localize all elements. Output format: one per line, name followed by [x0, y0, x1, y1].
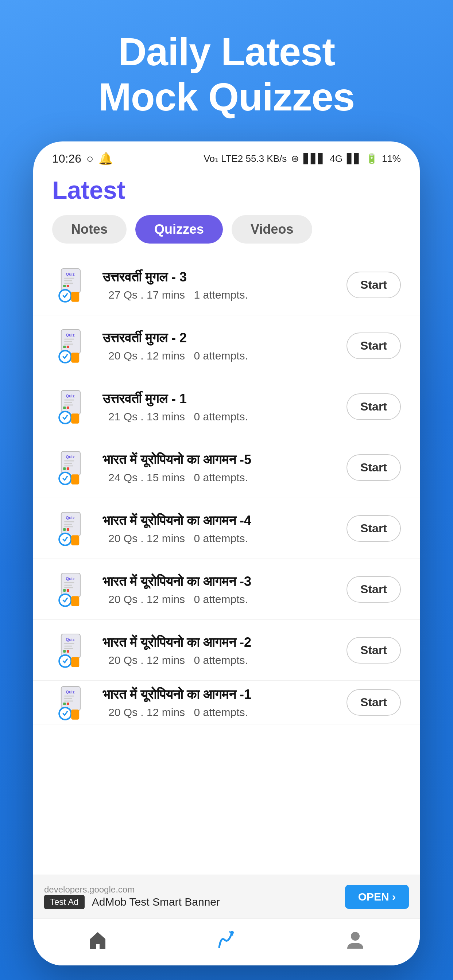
ad-site: developers.google.com: [44, 885, 338, 895]
svg-text:Quiz: Quiz: [66, 333, 75, 337]
quiz-icon: Quiz: [52, 682, 92, 722]
quiz-icon: Quiz: [52, 447, 92, 487]
start-button[interactable]: Start: [346, 576, 401, 603]
quiz-icon: Quiz: [52, 569, 92, 609]
svg-rect-29: [64, 460, 74, 461]
svg-rect-59: [63, 650, 65, 652]
svg-rect-60: [67, 650, 69, 652]
svg-text:Quiz: Quiz: [66, 455, 75, 460]
svg-text:Quiz: Quiz: [66, 638, 75, 642]
list-item: Quiz उत्तरवर्ती मुगल - 1 21 Qs . 13 mins…: [33, 376, 420, 437]
quiz-meta: 20 Qs . 12 mins 0 attempts.: [102, 654, 336, 667]
quiz-meta: 20 Qs . 12 mins 0 attempts.: [102, 706, 336, 719]
quiz-name: उत्तरवर्ती मुगल - 1: [102, 390, 336, 407]
svg-rect-58: [64, 648, 73, 649]
svg-rect-8: [71, 292, 79, 302]
start-button[interactable]: Start: [346, 272, 401, 298]
start-button[interactable]: Start: [346, 393, 401, 420]
svg-rect-6: [67, 285, 69, 287]
quiz-meta: 27 Qs . 17 mins 1 attempts.: [102, 289, 336, 301]
status-4g: 4G: [330, 153, 343, 164]
svg-rect-39: [64, 524, 72, 525]
svg-rect-57: [64, 646, 72, 647]
quiz-name: भारत में यूरोपियनो का आगमन -5: [102, 451, 336, 468]
quiz-meta: 21 Qs . 13 mins 0 attempts.: [102, 410, 336, 423]
svg-rect-68: [63, 703, 65, 705]
ad-name: AdMob Test Smart Banner: [92, 896, 220, 908]
nav-home-icon[interactable]: [85, 928, 110, 952]
status-network: Vo₁ LTE2 55.3 KB/s: [204, 153, 287, 164]
nav-profile-icon[interactable]: [343, 928, 368, 952]
status-battery-icon: 🔋: [366, 153, 378, 164]
status-bar: 10:26 ○ 🔔 Vo₁ LTE2 55.3 KB/s ⊛ ▋▋▋ 4G ▋▋…: [33, 142, 420, 169]
status-time: 10:26: [52, 152, 81, 165]
svg-rect-41: [63, 528, 65, 531]
svg-rect-67: [64, 700, 73, 702]
quiz-name: उत्तरवर्ती मुगल - 2: [102, 329, 336, 347]
svg-rect-51: [67, 589, 69, 592]
quiz-name: भारत में यूरोपियनो का आगमन -1: [102, 686, 336, 703]
start-button[interactable]: Start: [346, 454, 401, 481]
svg-rect-23: [63, 407, 65, 409]
svg-rect-56: [64, 643, 74, 644]
start-button[interactable]: Start: [346, 515, 401, 542]
svg-rect-49: [64, 587, 73, 589]
svg-rect-2: [64, 278, 74, 279]
quiz-info: उत्तरवर्ती मुगल - 3 27 Qs . 17 mins 1 at…: [102, 269, 336, 301]
quiz-info: भारत में यूरोपियनो का आगमन -3 20 Qs . 12…: [102, 573, 336, 606]
ad-open-button[interactable]: OPEN ›: [345, 885, 409, 909]
list-item: Quiz भारत में यूरोपियनो का आगमन -2 20 Qs…: [33, 620, 420, 681]
svg-text:Quiz: Quiz: [66, 394, 75, 398]
list-item: Quiz भारत में यूरोपियनो का आगमन -1 20 Qs…: [33, 681, 420, 724]
svg-text:Quiz: Quiz: [66, 272, 75, 277]
svg-rect-3: [64, 280, 72, 282]
svg-rect-30: [64, 463, 72, 464]
svg-rect-35: [71, 475, 79, 485]
ad-text: developers.google.com Test Ad AdMob Test…: [44, 885, 338, 909]
quiz-info: भारत में यूरोपियनो का आगमन -5 24 Qs . 15…: [102, 451, 336, 484]
quiz-name: उत्तरवर्ती मुगल - 3: [102, 269, 336, 286]
svg-rect-12: [64, 341, 72, 342]
start-button[interactable]: Start: [346, 332, 401, 359]
start-button[interactable]: Start: [346, 689, 401, 716]
svg-rect-65: [64, 695, 74, 697]
quiz-meta: 20 Qs . 12 mins 0 attempts.: [102, 532, 336, 545]
hero-line2: Mock Quizzes: [99, 75, 354, 119]
svg-rect-20: [64, 399, 74, 401]
svg-text:Quiz: Quiz: [66, 516, 75, 520]
tab-row: Notes Quizzes Videos: [33, 204, 420, 251]
hero-title: Daily Latest Mock Quizzes: [99, 29, 354, 119]
svg-rect-4: [64, 283, 73, 284]
status-bell-icon: 🔔: [99, 152, 113, 165]
start-button[interactable]: Start: [346, 637, 401, 663]
quiz-meta: 24 Qs . 15 mins 0 attempts.: [102, 471, 336, 484]
app-header: Latest: [33, 169, 420, 204]
quiz-info: भारत में यूरोपियनो का आगमन -4 20 Qs . 12…: [102, 512, 336, 545]
svg-rect-14: [63, 345, 65, 348]
svg-rect-31: [64, 466, 73, 467]
svg-rect-17: [71, 353, 79, 363]
svg-point-73: [351, 932, 360, 940]
tab-videos[interactable]: Videos: [231, 215, 312, 243]
tab-quizzes[interactable]: Quizzes: [135, 215, 223, 243]
quiz-icon: Quiz: [52, 387, 92, 426]
quiz-meta: 20 Qs . 12 mins 0 attempts.: [102, 593, 336, 606]
tab-notes[interactable]: Notes: [52, 215, 126, 243]
svg-rect-42: [67, 528, 69, 531]
quiz-name: भारत में यूरोपियनो का आगमन -4: [102, 512, 336, 530]
quiz-info: उत्तरवर्ती मुगल - 2 20 Qs . 12 mins 0 at…: [102, 329, 336, 362]
quiz-info: भारत में यूरोपियनो का आगमन -1 20 Qs . 12…: [102, 686, 336, 719]
quiz-name: भारत में यूरोपियनो का आगमन -3: [102, 573, 336, 590]
svg-rect-38: [64, 521, 74, 522]
nav-trending-icon[interactable]: [214, 928, 239, 952]
svg-rect-47: [64, 582, 74, 583]
list-item: Quiz भारत में यूरोपियनो का आगमन -5 24 Qs…: [33, 437, 420, 498]
ad-banner: developers.google.com Test Ad AdMob Test…: [33, 875, 420, 918]
quiz-list: Quiz उत्तरवर्ती मुगल - 3 27 Qs . 17 mins…: [33, 251, 420, 875]
svg-rect-21: [64, 402, 72, 403]
quiz-name: भारत में यूरोपियनो का आगमन -2: [102, 634, 336, 651]
svg-rect-22: [64, 405, 73, 406]
svg-rect-15: [67, 345, 69, 348]
svg-text:Quiz: Quiz: [66, 577, 75, 581]
ad-label: Test Ad: [44, 895, 85, 909]
